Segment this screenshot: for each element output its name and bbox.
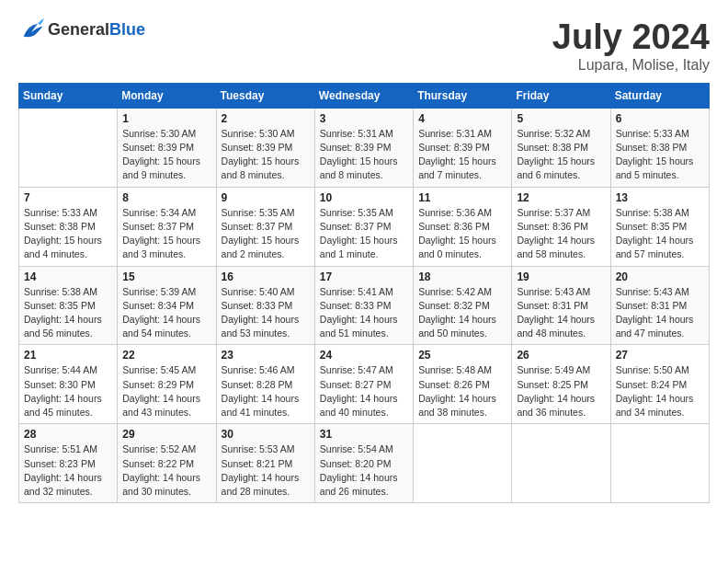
- day-number: 11: [418, 191, 506, 204]
- day-cell: 6Sunrise: 5:33 AM Sunset: 8:38 PM Daylig…: [610, 108, 709, 187]
- day-cell: 27Sunrise: 5:50 AM Sunset: 8:24 PM Dayli…: [610, 345, 709, 424]
- logo-text: GeneralBlue: [48, 20, 145, 40]
- weekday-header-friday: Friday: [512, 83, 610, 108]
- day-cell: 12Sunrise: 5:37 AM Sunset: 8:36 PM Dayli…: [512, 187, 610, 266]
- day-cell: [414, 424, 512, 503]
- title-block: July 2024 Lupara, Molise, Italy: [552, 18, 710, 74]
- day-info: Sunrise: 5:35 AM Sunset: 8:37 PM Dayligh…: [320, 206, 408, 262]
- calendar-table: SundayMondayTuesdayWednesdayThursdayFrid…: [18, 83, 710, 503]
- day-info: Sunrise: 5:31 AM Sunset: 8:39 PM Dayligh…: [418, 127, 506, 183]
- day-info: Sunrise: 5:54 AM Sunset: 8:20 PM Dayligh…: [320, 442, 408, 499]
- day-cell: 29Sunrise: 5:52 AM Sunset: 8:22 PM Dayli…: [118, 424, 216, 503]
- day-info: Sunrise: 5:45 AM Sunset: 8:29 PM Dayligh…: [122, 363, 210, 419]
- day-number: 5: [517, 112, 605, 125]
- day-number: 30: [222, 428, 310, 441]
- logo: GeneralBlue: [18, 18, 145, 40]
- day-number: 25: [418, 349, 506, 362]
- day-number: 3: [320, 112, 408, 125]
- day-number: 28: [24, 428, 112, 441]
- day-number: 2: [222, 112, 310, 125]
- day-number: 21: [24, 349, 112, 362]
- day-cell: 22Sunrise: 5:45 AM Sunset: 8:29 PM Dayli…: [118, 345, 216, 424]
- weekday-header-wednesday: Wednesday: [314, 83, 413, 108]
- day-info: Sunrise: 5:31 AM Sunset: 8:39 PM Dayligh…: [320, 127, 408, 183]
- week-row-3: 14Sunrise: 5:38 AM Sunset: 8:35 PM Dayli…: [19, 266, 710, 345]
- week-row-2: 7Sunrise: 5:33 AM Sunset: 8:38 PM Daylig…: [19, 187, 710, 266]
- day-number: 8: [122, 191, 210, 204]
- day-cell: 15Sunrise: 5:39 AM Sunset: 8:34 PM Dayli…: [118, 266, 216, 345]
- day-cell: 14Sunrise: 5:38 AM Sunset: 8:35 PM Dayli…: [19, 266, 118, 345]
- day-number: 20: [616, 270, 704, 283]
- day-cell: 30Sunrise: 5:53 AM Sunset: 8:21 PM Dayli…: [216, 424, 314, 503]
- day-cell: [19, 108, 118, 187]
- day-cell: 2Sunrise: 5:30 AM Sunset: 8:39 PM Daylig…: [216, 108, 314, 187]
- day-cell: 31Sunrise: 5:54 AM Sunset: 8:20 PM Dayli…: [314, 424, 413, 503]
- day-cell: 17Sunrise: 5:41 AM Sunset: 8:33 PM Dayli…: [314, 266, 413, 345]
- day-number: 31: [320, 428, 408, 441]
- day-info: Sunrise: 5:46 AM Sunset: 8:28 PM Dayligh…: [222, 363, 310, 419]
- day-info: Sunrise: 5:34 AM Sunset: 8:37 PM Dayligh…: [122, 206, 210, 262]
- day-info: Sunrise: 5:53 AM Sunset: 8:21 PM Dayligh…: [222, 442, 310, 499]
- day-cell: 8Sunrise: 5:34 AM Sunset: 8:37 PM Daylig…: [118, 187, 216, 266]
- logo-blue: Blue: [109, 20, 145, 39]
- day-cell: 24Sunrise: 5:47 AM Sunset: 8:27 PM Dayli…: [314, 345, 413, 424]
- day-info: Sunrise: 5:43 AM Sunset: 8:31 PM Dayligh…: [517, 285, 605, 341]
- page-header: GeneralBlue July 2024 Lupara, Molise, It…: [18, 18, 710, 74]
- day-info: Sunrise: 5:30 AM Sunset: 8:39 PM Dayligh…: [122, 127, 210, 183]
- day-cell: 11Sunrise: 5:36 AM Sunset: 8:36 PM Dayli…: [414, 187, 512, 266]
- day-info: Sunrise: 5:40 AM Sunset: 8:33 PM Dayligh…: [222, 285, 310, 341]
- day-cell: 3Sunrise: 5:31 AM Sunset: 8:39 PM Daylig…: [314, 108, 413, 187]
- day-info: Sunrise: 5:39 AM Sunset: 8:34 PM Dayligh…: [122, 285, 210, 341]
- weekday-header-row: SundayMondayTuesdayWednesdayThursdayFrid…: [19, 83, 710, 108]
- day-info: Sunrise: 5:38 AM Sunset: 8:35 PM Dayligh…: [616, 206, 704, 262]
- day-cell: 19Sunrise: 5:43 AM Sunset: 8:31 PM Dayli…: [512, 266, 610, 345]
- day-info: Sunrise: 5:35 AM Sunset: 8:37 PM Dayligh…: [222, 206, 310, 262]
- day-cell: 9Sunrise: 5:35 AM Sunset: 8:37 PM Daylig…: [216, 187, 314, 266]
- day-cell: 7Sunrise: 5:33 AM Sunset: 8:38 PM Daylig…: [19, 187, 118, 266]
- day-info: Sunrise: 5:47 AM Sunset: 8:27 PM Dayligh…: [320, 363, 408, 419]
- day-info: Sunrise: 5:51 AM Sunset: 8:23 PM Dayligh…: [24, 442, 112, 499]
- day-info: Sunrise: 5:43 AM Sunset: 8:31 PM Dayligh…: [616, 285, 704, 341]
- day-info: Sunrise: 5:49 AM Sunset: 8:25 PM Dayligh…: [517, 363, 605, 419]
- day-number: 14: [24, 270, 112, 283]
- day-info: Sunrise: 5:50 AM Sunset: 8:24 PM Dayligh…: [616, 363, 704, 419]
- week-row-1: 1Sunrise: 5:30 AM Sunset: 8:39 PM Daylig…: [19, 108, 710, 187]
- day-info: Sunrise: 5:33 AM Sunset: 8:38 PM Dayligh…: [616, 127, 704, 183]
- location-title: Lupara, Molise, Italy: [552, 57, 710, 74]
- day-info: Sunrise: 5:38 AM Sunset: 8:35 PM Dayligh…: [24, 285, 112, 341]
- day-cell: 13Sunrise: 5:38 AM Sunset: 8:35 PM Dayli…: [610, 187, 709, 266]
- day-number: 15: [122, 270, 210, 283]
- day-number: 17: [320, 270, 408, 283]
- day-number: 10: [320, 191, 408, 204]
- logo-bird-icon: [18, 18, 44, 40]
- day-number: 16: [222, 270, 310, 283]
- day-cell: 28Sunrise: 5:51 AM Sunset: 8:23 PM Dayli…: [19, 424, 118, 503]
- day-info: Sunrise: 5:44 AM Sunset: 8:30 PM Dayligh…: [24, 363, 112, 419]
- day-cell: [512, 424, 610, 503]
- day-info: Sunrise: 5:33 AM Sunset: 8:38 PM Dayligh…: [24, 206, 112, 262]
- day-info: Sunrise: 5:42 AM Sunset: 8:32 PM Dayligh…: [418, 285, 506, 341]
- day-number: 29: [122, 428, 210, 441]
- day-number: 13: [616, 191, 704, 204]
- day-info: Sunrise: 5:48 AM Sunset: 8:26 PM Dayligh…: [418, 363, 506, 419]
- day-info: Sunrise: 5:36 AM Sunset: 8:36 PM Dayligh…: [418, 206, 506, 262]
- logo-general: General: [48, 20, 109, 39]
- day-number: 9: [222, 191, 310, 204]
- day-cell: 25Sunrise: 5:48 AM Sunset: 8:26 PM Dayli…: [414, 345, 512, 424]
- day-cell: 23Sunrise: 5:46 AM Sunset: 8:28 PM Dayli…: [216, 345, 314, 424]
- weekday-header-thursday: Thursday: [414, 83, 512, 108]
- day-cell: 10Sunrise: 5:35 AM Sunset: 8:37 PM Dayli…: [314, 187, 413, 266]
- day-info: Sunrise: 5:32 AM Sunset: 8:38 PM Dayligh…: [517, 127, 605, 183]
- day-info: Sunrise: 5:30 AM Sunset: 8:39 PM Dayligh…: [222, 127, 310, 183]
- weekday-header-saturday: Saturday: [610, 83, 709, 108]
- day-number: 18: [418, 270, 506, 283]
- day-info: Sunrise: 5:41 AM Sunset: 8:33 PM Dayligh…: [320, 285, 408, 341]
- day-cell: 26Sunrise: 5:49 AM Sunset: 8:25 PM Dayli…: [512, 345, 610, 424]
- weekday-header-monday: Monday: [118, 83, 216, 108]
- day-cell: 20Sunrise: 5:43 AM Sunset: 8:31 PM Dayli…: [610, 266, 709, 345]
- day-number: 19: [517, 270, 605, 283]
- weekday-header-tuesday: Tuesday: [216, 83, 314, 108]
- day-cell: 4Sunrise: 5:31 AM Sunset: 8:39 PM Daylig…: [414, 108, 512, 187]
- day-number: 26: [517, 349, 605, 362]
- day-cell: 1Sunrise: 5:30 AM Sunset: 8:39 PM Daylig…: [118, 108, 216, 187]
